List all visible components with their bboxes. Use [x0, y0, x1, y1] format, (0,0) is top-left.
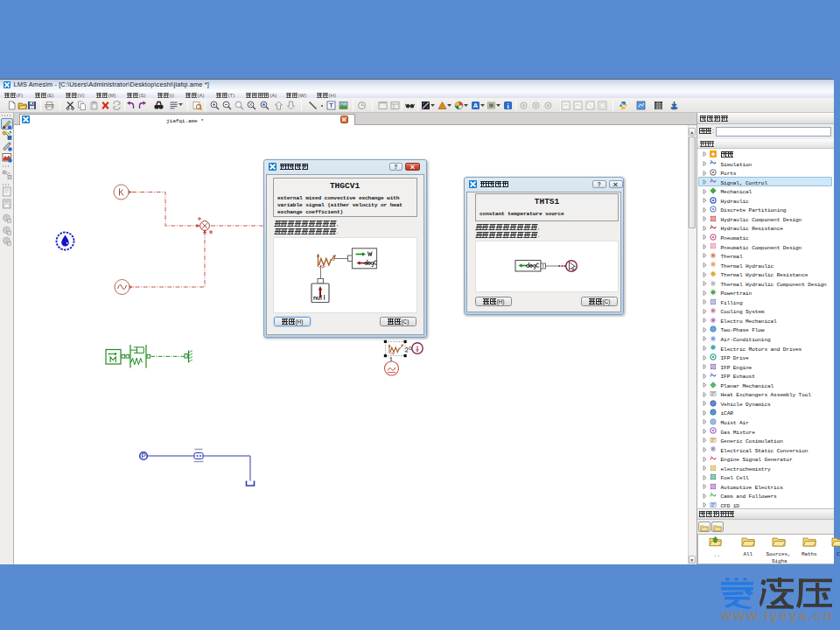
- svg-text:T: T: [329, 102, 333, 109]
- svg-text:A: A: [472, 102, 478, 109]
